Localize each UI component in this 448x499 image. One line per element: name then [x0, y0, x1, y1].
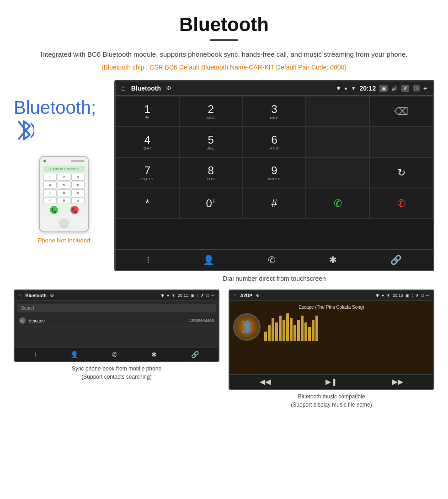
phone-speaker [71, 160, 85, 162]
phonebook-title: Bluetooth [25, 293, 47, 298]
title-divider [210, 39, 238, 41]
car-screen-header: ⌂ Bluetooth ✠ ✱ ● ▼ 20:12 ▣ 🔊 ✗ □ ↩ [116, 81, 433, 96]
phonebook-caption: Sync phone-book from mobile phone(Suppor… [70, 362, 163, 384]
phone-key-0: 0 [58, 197, 71, 204]
phonebook-search-bar[interactable]: Search [17, 304, 216, 312]
phonebook-screen: ⌂ Bluetooth ✠ ✱ ● ▼ 20:11 ▣ 〈 ✗ □ ↩ Sear… [14, 290, 219, 362]
ms-back-icon: ↩ [426, 293, 430, 298]
prev-track-icon[interactable]: ◀◀ [260, 377, 271, 386]
dial-caption: Dial number direct from touchscreen [0, 271, 448, 285]
phone-home-button [59, 219, 69, 228]
page-title: Bluetooth [27, 14, 421, 36]
dial-empty-4 [306, 157, 369, 188]
contact-phone: 13566664466 [189, 318, 214, 323]
phone-key-2: 2 [58, 174, 71, 181]
eq-bar [279, 316, 282, 341]
volume-icon: 🔊 [391, 86, 398, 91]
bluetooth-symbol: Bluetooth; [14, 98, 114, 147]
music-body: Escape (The Pina Colada Song) [229, 301, 433, 374]
album-art [233, 313, 261, 341]
bluetooth-info: (Bluetooth chip : CSR BC6 Default Blueto… [27, 64, 421, 71]
music-header: ⌂ A2DP ✠ ✱ ● ▼ 20:15 ▣ 〈 ✗ □ ↩ [229, 290, 433, 301]
music-screen-card: ⌂ A2DP ✠ ✱ ● ▼ 20:15 ▣ 〈 ✗ □ ↩ Escape (T… [229, 290, 434, 412]
screen-nav-bar: ⁝ 👤 ✆ ✱ 🔗 [116, 249, 433, 270]
phone-key-hash: # [71, 197, 85, 204]
eq-bar [301, 316, 304, 341]
phone-mockup: + Add to Contacts 1 2 3 4 5 6 7 8 9 * 0 … [39, 156, 89, 232]
location-icon: ● [344, 86, 347, 91]
eq-bar [268, 325, 271, 341]
music-caption: Bluetooth music compatible(Support displ… [289, 390, 373, 412]
dial-refresh[interactable]: ↻ [369, 157, 433, 188]
bottom-screenshots: ⌂ Bluetooth ✠ ✱ ● ▼ 20:11 ▣ 〈 ✗ □ ↩ Sear… [0, 285, 448, 421]
contact-row: S Seicane 13566664466 [17, 315, 216, 327]
nav-link-icon[interactable]: 🔗 [390, 254, 402, 265]
phone-camera [43, 160, 46, 162]
screen-time: 20:12 [360, 85, 376, 92]
car-screen-side: ⌂ Bluetooth ✠ ✱ ● ▼ 20:12 ▣ 🔊 ✗ □ ↩ [114, 80, 434, 271]
pb-time: 20:11 [178, 293, 188, 298]
dial-key-2[interactable]: 2 ABC [179, 96, 243, 127]
dial-backspace[interactable]: ⌫ [369, 96, 433, 127]
phone-side: Bluetooth; + Add to Contacts 1 [14, 80, 114, 244]
phonebook-home-icon: ⌂ [18, 292, 21, 299]
phone-screen: + Add to Contacts 1 2 3 4 5 6 7 8 9 * 0 … [42, 164, 86, 216]
usb-icon: ✠ [166, 85, 171, 91]
phone-key-4: 4 [43, 182, 57, 188]
window-icon: □ [413, 85, 420, 91]
nav-phone-icon[interactable]: ✆ [268, 254, 276, 265]
pb-nav-link[interactable]: 🔗 [191, 351, 199, 358]
phone-key-9: 9 [71, 189, 85, 196]
pb-nav-contacts[interactable]: 👤 [70, 351, 78, 358]
ms-vol-icon: 〈 [412, 293, 413, 298]
dial-key-9[interactable]: 9 WXYZ [243, 157, 306, 188]
pb-nav-dialpad[interactable]: ⁝ [34, 351, 36, 358]
title-section: Bluetooth Integrated with BC6 Bluetooth … [0, 0, 448, 75]
phone-key-7: 7 [43, 189, 57, 196]
phone-top-bar [42, 160, 86, 162]
phone-end-button: 📞 [70, 206, 79, 214]
pb-vol-icon: 〈 [197, 293, 198, 298]
dial-empty-3 [369, 127, 433, 157]
pb-nav-phone[interactable]: ✆ [112, 351, 117, 358]
dial-key-1[interactable]: 1 ℀ [116, 96, 179, 127]
dial-key-3[interactable]: 3 DEF [243, 96, 306, 127]
equalizer [264, 313, 430, 341]
nav-bluetooth-icon[interactable]: ✱ [329, 254, 337, 265]
dial-key-4[interactable]: 4 GHI [116, 127, 179, 157]
ms-sig-icon: ▼ [386, 293, 390, 298]
eq-bar [312, 320, 315, 341]
dial-key-7[interactable]: 7 PQRS [116, 157, 179, 188]
next-track-icon[interactable]: ▶▶ [392, 377, 403, 386]
pb-bt-icon: ✱ [161, 293, 165, 298]
pb-back-icon: ↩ [211, 293, 215, 298]
ms-loc-icon: ● [382, 293, 384, 298]
phonebook-usb-icon: ✠ [50, 293, 54, 298]
ms-bt-icon: ✱ [376, 293, 379, 298]
dialpad-grid: 1 ℀ 2 ABC 3 DEF ⌫ 4 GHI [116, 96, 433, 249]
phone-key-8: 8 [58, 189, 71, 196]
pb-nav-bt[interactable]: ✱ [151, 351, 157, 358]
bluetooth-status-icon: ✱ [336, 86, 341, 91]
dial-key-star[interactable]: * [116, 188, 179, 219]
eq-bar [304, 322, 307, 341]
pb-cam-icon: ▣ [191, 293, 195, 298]
dial-key-8[interactable]: 8 TUV [179, 157, 243, 188]
dial-end[interactable]: ✆ [369, 188, 433, 219]
dial-key-hash[interactable]: # [243, 188, 306, 219]
eq-bar [290, 318, 293, 341]
music-home-icon: ⌂ [233, 292, 236, 299]
play-pause-icon[interactable]: ▶❚ [325, 377, 337, 386]
dial-key-0[interactable]: 0+ [179, 188, 243, 219]
back-icon: ↩ [423, 86, 427, 91]
dial-key-6[interactable]: 6 MNO [243, 127, 306, 157]
ms-x-icon: ✗ [416, 293, 419, 298]
dial-call[interactable]: ✆ [306, 188, 369, 219]
car-screen: ⌂ Bluetooth ✠ ✱ ● ▼ 20:12 ▣ 🔊 ✗ □ ↩ [114, 80, 434, 271]
phonebook-status-icons: ✱ ● ▼ 20:11 ▣ 〈 ✗ □ ↩ [161, 293, 215, 298]
dial-key-5[interactable]: 5 JKL [179, 127, 243, 157]
dial-empty-1 [306, 96, 369, 127]
eq-bar [297, 320, 300, 341]
nav-dialpad-icon[interactable]: ⁝ [147, 254, 149, 265]
nav-contacts-icon[interactable]: 👤 [203, 254, 214, 265]
